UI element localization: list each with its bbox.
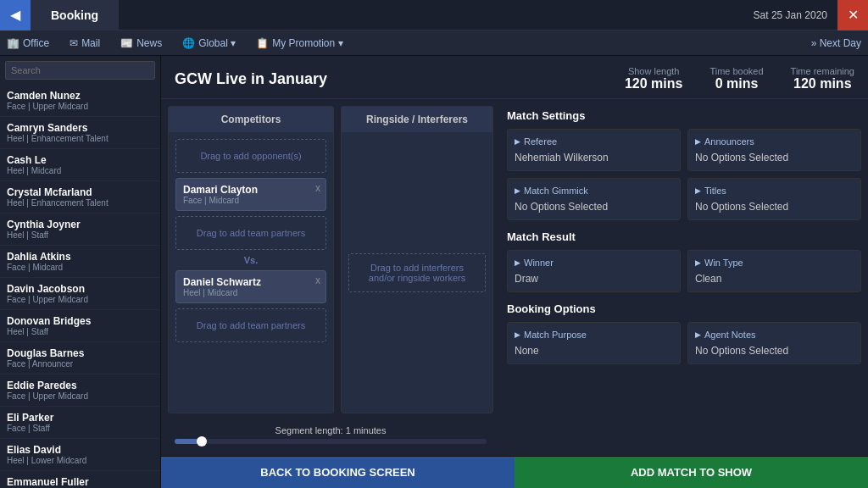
- wrestler1-remove[interactable]: x: [315, 182, 320, 194]
- titles-box: ▶ Titles No Options Selected: [687, 178, 861, 220]
- drag-partners2-zone[interactable]: Drag to add team partners: [175, 308, 326, 342]
- segment-row: Segment length: 1 minutes: [168, 420, 493, 449]
- interferers-panel: Ringside / Interferers Drag to add inter…: [341, 106, 493, 413]
- roster-item[interactable]: Camden NunezFace | Upper Midcard: [0, 85, 160, 117]
- match-settings-title: Match Settings: [507, 109, 861, 122]
- announcers-header[interactable]: ▶ Announcers: [695, 136, 854, 147]
- nav-mail[interactable]: ✉ Mail: [70, 37, 100, 49]
- roster-item[interactable]: Donovan BridgesHeel | Staff: [0, 310, 160, 342]
- titles-chevron: ▶: [695, 186, 701, 195]
- interferers-header: Ringside / Interferers: [342, 107, 492, 132]
- match-result-grid: ▶ Winner Draw ▶ Win Type Clean: [507, 250, 861, 292]
- office-icon: 🏢: [7, 37, 19, 49]
- drag-partners1-zone[interactable]: Drag to add team partners: [175, 216, 326, 250]
- booking-options-grid: ▶ Match Purpose None ▶ Agent Notes No Op…: [507, 322, 861, 364]
- booking-options-title: Booking Options: [507, 302, 861, 315]
- match-result-title: Match Result: [507, 230, 861, 243]
- win-type-header[interactable]: ▶ Win Type: [695, 258, 854, 268]
- drag-opponent-zone[interactable]: Drag to add opponent(s): [175, 139, 326, 173]
- win-type-chevron: ▶: [695, 258, 701, 267]
- roster-item[interactable]: Douglas BarnesFace | Announcer: [0, 342, 160, 374]
- roster-item[interactable]: Camryn SandersHeel | Enhancement Talent: [0, 117, 160, 149]
- titles-header[interactable]: ▶ Titles: [695, 186, 854, 196]
- wrestler1-card: Damari Clayton Face | Midcard x: [175, 178, 326, 211]
- agent-notes-box: ▶ Agent Notes No Options Selected: [687, 322, 861, 364]
- roster-item[interactable]: Davin JacobsonFace | Upper Midcard: [0, 278, 160, 310]
- roster-item[interactable]: Crystal McfarlandHeel | Enhancement Tale…: [0, 181, 160, 214]
- mail-icon: ✉: [70, 37, 78, 49]
- nav-news[interactable]: 📰 News: [120, 37, 162, 49]
- search-input[interactable]: [5, 61, 155, 80]
- winner-box: ▶ Winner Draw: [507, 250, 681, 292]
- gimmick-header[interactable]: ▶ Match Gimmick: [515, 186, 673, 196]
- slider-thumb[interactable]: [197, 436, 207, 446]
- match-settings-grid: ▶ Referee Nehemiah Wilkerson ▶ Announcer…: [507, 129, 861, 220]
- competitors-panel: Competitors Drag to add opponent(s) Dama…: [168, 106, 334, 413]
- promotion-icon: 📋: [256, 37, 269, 49]
- app-title: Booking: [31, 0, 119, 30]
- wrestler2-card: Daniel Schwartz Heel | Midcard x: [175, 270, 326, 303]
- roster-item[interactable]: Dahlia AtkinsFace | Midcard: [0, 246, 160, 278]
- show-title: GCW Live in January: [175, 70, 598, 88]
- close-button[interactable]: ✕: [837, 0, 868, 30]
- agent-notes-chevron: ▶: [695, 330, 701, 339]
- titles-value: No Options Selected: [695, 201, 854, 213]
- winner-value: Draw: [515, 273, 673, 285]
- date-display: Sat 25 Jan 2020: [754, 9, 837, 21]
- roster-list: Camden NunezFace | Upper MidcardCamryn S…: [0, 85, 160, 488]
- right-settings: Match Settings ▶ Referee Nehemiah Wilker…: [500, 99, 868, 456]
- announcers-value: No Options Selected: [695, 152, 854, 164]
- agent-notes-header[interactable]: ▶ Agent Notes: [695, 330, 854, 340]
- wrestler2-remove[interactable]: x: [315, 274, 320, 286]
- segment-label: Segment length: 1 minutes: [175, 425, 487, 435]
- referee-header[interactable]: ▶ Referee: [515, 136, 673, 147]
- add-match-button[interactable]: ADD MATCH TO SHOW: [515, 457, 868, 488]
- roster-item[interactable]: Eddie ParedesFace | Upper Midcard: [0, 374, 160, 407]
- back-to-booking-button[interactable]: BACK TO BOOKING SCREEN: [161, 457, 515, 488]
- referee-value: Nehemiah Wilkerson: [515, 152, 673, 164]
- winner-header[interactable]: ▶ Winner: [515, 258, 673, 268]
- time-booked-stat: Time booked 0 mins: [709, 66, 763, 92]
- nav-my-promotion[interactable]: 📋 My Promotion ▾: [256, 37, 342, 49]
- show-length-stat: Show length 120 mins: [625, 66, 682, 92]
- referee-box: ▶ Referee Nehemiah Wilkerson: [507, 129, 681, 171]
- nav-office[interactable]: 🏢 Office: [7, 37, 49, 49]
- agent-notes-value: No Options Selected: [695, 345, 854, 357]
- nav-global[interactable]: 🌐 Global ▾: [182, 37, 236, 49]
- roster-item[interactable]: Cash LeHeel | Midcard: [0, 149, 160, 181]
- gimmick-chevron: ▶: [515, 186, 520, 195]
- close-icon: ✕: [848, 7, 859, 23]
- gimmick-value: No Options Selected: [515, 201, 673, 213]
- purpose-value: None: [515, 345, 673, 357]
- segment-slider[interactable]: [175, 439, 487, 444]
- back-icon: ◀: [10, 7, 20, 23]
- purpose-header[interactable]: ▶ Match Purpose: [515, 330, 673, 340]
- time-remaining-stat: Time remaining 120 mins: [791, 66, 854, 92]
- roster-item[interactable]: Emmanuel FullerHeel | Referee: [0, 471, 160, 488]
- win-type-value: Clean: [695, 273, 854, 285]
- announcers-box: ▶ Announcers No Options Selected: [687, 129, 861, 171]
- back-button[interactable]: ◀: [0, 0, 31, 30]
- news-icon: 📰: [120, 37, 133, 49]
- winner-chevron: ▶: [515, 258, 520, 267]
- purpose-box: ▶ Match Purpose None: [507, 322, 681, 364]
- roster-item[interactable]: Eli ParkerFace | Staff: [0, 407, 160, 439]
- competitors-header: Competitors: [169, 107, 333, 132]
- roster-item[interactable]: Cynthia JoynerHeel | Staff: [0, 214, 160, 246]
- roster-item[interactable]: Elias DavidHeel | Lower Midcard: [0, 439, 160, 471]
- purpose-chevron: ▶: [515, 330, 520, 339]
- nav-next-day[interactable]: » Next Day: [811, 37, 861, 49]
- vs-divider: Vs.: [175, 255, 326, 265]
- win-type-box: ▶ Win Type Clean: [687, 250, 861, 292]
- referee-chevron: ▶: [515, 137, 520, 146]
- announcers-chevron: ▶: [695, 137, 701, 146]
- gimmick-box: ▶ Match Gimmick No Options Selected: [507, 178, 681, 220]
- globe-icon: 🌐: [182, 37, 195, 49]
- drag-interferers-zone[interactable]: Drag to add interferers and/or ringside …: [348, 253, 486, 292]
